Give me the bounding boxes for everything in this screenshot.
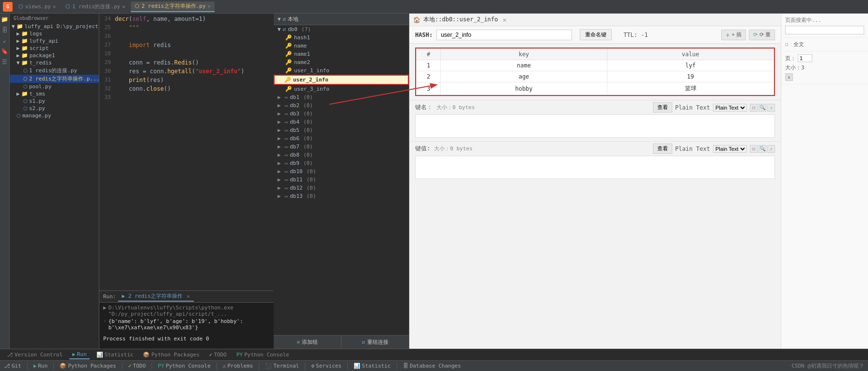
redis-db7[interactable]: ▶ ▬ db7(0) [274, 143, 409, 151]
status-terminal[interactable]: ⬛ Terminal [265, 363, 299, 369]
fulltext-checkbox[interactable]: ☐ [785, 41, 789, 48]
reconnect-btn[interactable]: ⇄ 重组连接 [341, 336, 409, 349]
tree-item-redis2[interactable]: ⬡ 2 redis之字符串操作.p... [10, 75, 99, 83]
bottom-tab-statistic[interactable]: 📊 Statistic [93, 351, 137, 359]
key-plain-text-select[interactable]: Plain Text [713, 104, 747, 112]
code-content[interactable]: 24 decr(self, name, amount=1) 25 """ 26 … [99, 14, 274, 290]
redis-db8[interactable]: ▶ ▬ db8(0) [274, 151, 409, 159]
separator8 [347, 363, 348, 370]
status-statistic[interactable]: 📊 Statistic [354, 363, 391, 369]
value-plain-text-select[interactable]: Plain Text [713, 145, 747, 153]
tab-close-icon2[interactable]: ✕ [122, 4, 125, 9]
redis-key-name1[interactable]: 🔑 name1 [274, 50, 409, 58]
sidebar-title: GlobaBrowser [10, 14, 99, 23]
val-section-icon2[interactable]: 🔍 [759, 145, 766, 153]
bottom-tab-python-console[interactable]: PY Python Console [233, 351, 292, 359]
table-row-1[interactable]: 1 name lyf [417, 60, 774, 71]
pull-icon[interactable]: ↙ [1, 37, 9, 45]
add-entry-btn[interactable]: + + 插 [721, 30, 746, 40]
search-input[interactable] [785, 26, 864, 34]
project-icon[interactable]: 📁 [1, 16, 9, 23]
structure-icon[interactable]: ☰ [1, 58, 9, 66]
redis-key-user3[interactable]: 🔑 user_3_info [274, 85, 409, 93]
run-line-1: ▶ D:\Virtualenvs\luffy\Scripts\python.ex… [103, 305, 270, 317]
status-services[interactable]: ⚙ Services [311, 363, 341, 369]
tree-item-manage[interactable]: ⬡ manage.py [10, 112, 99, 119]
tree-item-t-sms[interactable]: ▶ 📁 t_sms [10, 90, 99, 97]
redis-key-user1[interactable]: 🔑 user_1_info [274, 66, 409, 75]
tree-item-logs[interactable]: ▶ 📁 logs [10, 30, 99, 37]
bottom-tab-python-packages[interactable]: 📦 Python Packages [140, 351, 202, 359]
redis-key-hash1[interactable]: 🔑 hash1 [274, 33, 409, 42]
status-python-console[interactable]: PY Python Console [158, 363, 211, 369]
redis-key-user2[interactable]: 🔑 user_2_info [274, 75, 409, 85]
run-tab-label: 2 redis之字符串操作 [128, 293, 183, 299]
redis-db10[interactable]: ▶ ▬ db10(0) [274, 167, 409, 176]
run-tab-active[interactable]: ▶ 2 redis之字符串操作 ✕ [118, 291, 194, 302]
redis-db4[interactable]: ▶ ▬ db4(0) [274, 118, 409, 126]
redis-db12[interactable]: ▶ ▬ db12(0) [274, 184, 409, 192]
folder-icon-t-redis: 📁 [21, 60, 28, 66]
db0-label: db0 [288, 26, 297, 32]
redis-db9[interactable]: ▶ ▬ db9(0) [274, 159, 409, 167]
key-section-icon1[interactable]: ☐ [750, 104, 758, 112]
tab-redis-connect[interactable]: ⬡ 1 redis的连接.py ✕ [62, 1, 129, 12]
bottom-tab-run[interactable]: ▶ Run [69, 350, 90, 359]
page-input[interactable] [798, 54, 812, 62]
prev-page-btn[interactable]: ‹ [785, 73, 793, 81]
value-view-btn[interactable]: 查看 [653, 144, 672, 154]
tree-item-package1[interactable]: ▶ 📁 package1 [10, 52, 99, 59]
hash-input[interactable] [436, 30, 572, 40]
tree-item-s1[interactable]: ⬡ s1.py [10, 97, 99, 105]
terminal-icon: ⬛ [265, 363, 272, 369]
run-line-2: · {b'name': b'lyf', b'age': b'19', b'hob… [103, 318, 270, 331]
tree-item-redis1[interactable]: ⬡ 1 redis的连接.py [10, 66, 99, 75]
tree-item-t-redis[interactable]: ▼ 📁 t_redis [10, 59, 99, 66]
bookmark-icon[interactable]: 🔖 [1, 48, 9, 55]
refresh-btn[interactable]: ⟳ ⟳ 重 [749, 30, 775, 40]
tree-item-script[interactable]: ▶ 📁 script [10, 45, 99, 52]
rename-btn[interactable]: 重命名键 [580, 29, 612, 40]
tree-item-luffy-api[interactable]: ▼ 📁 luffy_api D:\py_project\luffy_a... [10, 23, 99, 30]
redis-key-name[interactable]: 🔑 name [274, 42, 409, 50]
redis-db1[interactable]: ▶ ▬ db1(0) [274, 93, 409, 101]
tab-views-py[interactable]: ⬡ views.py ✕ [15, 1, 60, 12]
key-section-icon2[interactable]: 🔍 [759, 104, 766, 112]
run-close-btn[interactable]: ✕ [187, 293, 190, 299]
tab-close-icon[interactable]: ✕ [53, 4, 56, 9]
table-row-2[interactable]: 2 age 19 [417, 71, 774, 82]
tab-close-icon3[interactable]: ✕ [208, 3, 211, 9]
table-row-3[interactable]: 3 hobby 篮球 [417, 82, 774, 95]
tree-item-luffy-api2[interactable]: ▶ 📁 luffy_api [10, 37, 99, 45]
status-todo[interactable]: ✓ TODO [128, 363, 146, 369]
key-view-btn[interactable]: 查看 [653, 102, 672, 113]
key-textarea[interactable] [415, 114, 775, 138]
services-icon: ⚙ [311, 363, 314, 369]
val-section-icon3[interactable]: ↗ [767, 145, 775, 153]
redis-db11[interactable]: ▶ ▬ db11(0) [274, 176, 409, 184]
bottom-tab-todo[interactable]: ✓ TODO [206, 351, 230, 359]
key-section-icon3[interactable]: ↗ [767, 104, 775, 112]
val-section-icon1[interactable]: ☐ [750, 145, 758, 153]
status-database-changes[interactable]: 🗄 Database Changes [403, 363, 461, 369]
add-group-btn[interactable]: ⊕ 添加组 [274, 336, 341, 349]
redis-db5[interactable]: ▶ ▬ db5(0) [274, 126, 409, 134]
bottom-tab-version-control[interactable]: ⎇ Version Control [4, 351, 65, 359]
redis-db2[interactable]: ▶ ▬ db2(0) [274, 101, 409, 110]
value-textarea[interactable] [415, 156, 775, 179]
tab-redis-string[interactable]: ⬡ 2 redis之字符串操作.py ✕ [131, 1, 214, 12]
redis-tab-close-icon[interactable]: ✕ [503, 16, 506, 23]
redis-db0[interactable]: ▼ ⇄ db0 (7) [274, 25, 409, 33]
db-icon[interactable]: 🗄 [1, 26, 9, 34]
redis-key-name2[interactable]: 🔑 name2 [274, 58, 409, 66]
status-run[interactable]: ▶ Run [33, 363, 48, 369]
tree-item-s2[interactable]: ⬡ s2.py [10, 105, 99, 112]
tree-item-pool[interactable]: ⬡ pool.py [10, 83, 99, 90]
status-python-packages[interactable]: 📦 Python Packages [60, 363, 116, 369]
status-git[interactable]: ⎇ Git [4, 363, 21, 369]
redis-db6[interactable]: ▶ ▬ db6(0) [274, 134, 409, 143]
status-problems[interactable]: ⚠ Problems [223, 363, 253, 369]
version-control-label: Version Control [15, 352, 62, 358]
redis-db13[interactable]: ▶ ▬ db13(0) [274, 192, 409, 200]
redis-db3[interactable]: ▶ ▬ db3(0) [274, 110, 409, 118]
